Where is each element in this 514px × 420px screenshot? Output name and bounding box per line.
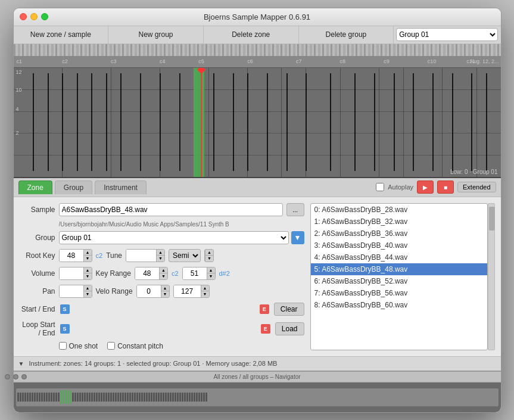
vf-up[interactable]: ▲ xyxy=(161,285,169,292)
minimize-button[interactable] xyxy=(30,13,38,20)
scrollbar-track[interactable] xyxy=(488,203,495,350)
extended-button[interactable]: Extended xyxy=(457,182,496,192)
key-range-from-note: c2 xyxy=(172,270,179,277)
sample-list-item-1[interactable]: 1: A6SawBassDryBB_32.wav xyxy=(311,216,487,228)
nav-bar-56 xyxy=(151,393,152,402)
tune-unit-up[interactable]: ▲ xyxy=(205,250,213,256)
nav-strip xyxy=(16,388,499,406)
sample-list-item-5[interactable]: 5: A6SawBassDryBB_48.wav xyxy=(311,263,487,275)
key-range-from-input[interactable] xyxy=(135,267,159,279)
ruler-end-label: Aug. 12, 2... xyxy=(470,58,499,64)
sample-list-item-2[interactable]: 2: A6SawBassDryBB_36.wav xyxy=(311,228,487,239)
velo-from-input[interactable] xyxy=(137,285,161,297)
sample-input[interactable] xyxy=(59,203,283,216)
kr-to-down[interactable]: ▼ xyxy=(207,273,215,279)
status-toggle[interactable]: ▼ xyxy=(18,360,24,367)
scrollbar-thumb[interactable] xyxy=(489,207,495,231)
velo-range-label: Velo Range xyxy=(96,287,133,295)
browse-button[interactable]: ... xyxy=(286,203,304,216)
piano-roll[interactable]: 12 10 4 2 Lo xyxy=(14,68,501,178)
stop-button[interactable]: ■ xyxy=(437,181,454,194)
root-key-up[interactable]: ▲ xyxy=(83,250,92,256)
group-arrow-button[interactable]: ▼ xyxy=(291,231,304,244)
start-marker[interactable]: S xyxy=(60,304,70,314)
kr-to-btns: ▲ ▼ xyxy=(207,267,215,279)
nav-min[interactable] xyxy=(13,374,18,379)
sample-list[interactable]: 0: A6SawBassDryBB_28.wav1: A6SawBassDryB… xyxy=(310,203,488,350)
nav-bar-6 xyxy=(32,393,33,402)
vf-down[interactable]: ▼ xyxy=(161,291,169,297)
vt-down[interactable]: ▼ xyxy=(201,291,209,297)
tab-instrument[interactable]: Instrument xyxy=(95,181,147,194)
nav-bar-77 xyxy=(201,393,203,402)
group-select[interactable]: Group 01 xyxy=(59,231,289,244)
loop-start-marker[interactable]: S xyxy=(60,324,70,334)
sample-list-item-6[interactable]: 6: A6SawBassDryBB_52.wav xyxy=(311,275,487,287)
grid-line-h xyxy=(14,89,501,90)
tune-input[interactable] xyxy=(126,250,156,262)
tune-unit-select[interactable]: Semi Cent xyxy=(169,249,201,262)
root-key-down[interactable]: ▼ xyxy=(83,256,92,262)
key-range-from-spinner: ▲ ▼ xyxy=(135,267,168,280)
key-range-to-input[interactable] xyxy=(183,267,207,279)
zone-bar xyxy=(120,73,122,172)
volume-input[interactable] xyxy=(60,267,83,279)
pan-input[interactable] xyxy=(60,285,83,297)
tab-bar: Zone Group Instrument Autoplay ▶ ■ Exten… xyxy=(14,178,501,197)
end-marker[interactable]: E xyxy=(260,304,269,314)
vt-up[interactable]: ▲ xyxy=(201,285,209,292)
volume-down[interactable]: ▼ xyxy=(83,273,92,279)
nav-bar-79 xyxy=(205,393,207,402)
root-key-note: c2 xyxy=(96,252,103,259)
constant-pitch-checkbox[interactable] xyxy=(107,342,115,350)
kr-to-up[interactable]: ▲ xyxy=(207,267,215,274)
traffic-lights xyxy=(20,13,48,20)
group-dropdown[interactable]: Group 01 Group 02 xyxy=(396,28,498,41)
tune-unit-down[interactable]: ▼ xyxy=(205,256,213,262)
volume-spinner-btns: ▲ ▼ xyxy=(83,267,92,279)
nav-bar-22 xyxy=(70,390,71,404)
tune-down[interactable]: ▼ xyxy=(156,256,164,262)
nav-bar-36 xyxy=(103,393,105,402)
nav-max[interactable] xyxy=(21,374,27,379)
nav-bar-32 xyxy=(94,393,95,402)
sample-list-item-8[interactable]: 8: A6SawBassDryBB_60.wav xyxy=(311,299,487,311)
clear-button[interactable]: Clear xyxy=(274,303,304,316)
autoplay-checkbox[interactable] xyxy=(376,183,384,191)
volume-up[interactable]: ▲ xyxy=(83,267,92,274)
close-button[interactable] xyxy=(20,13,27,20)
velo-to-input[interactable] xyxy=(174,285,201,297)
grid-line xyxy=(111,68,111,177)
nav-bar-72 xyxy=(189,393,191,402)
kr-from-down[interactable]: ▼ xyxy=(159,273,167,279)
active-zone-bar xyxy=(194,68,204,177)
root-key-input[interactable] xyxy=(60,250,83,262)
play-button[interactable]: ▶ xyxy=(417,181,434,194)
kr-from-up[interactable]: ▲ xyxy=(159,267,167,274)
key-range-to-note: d#2 xyxy=(219,270,230,277)
delete-group-button[interactable]: Delete group xyxy=(299,26,394,43)
sample-list-item-0[interactable]: 0: A6SawBassDryBB_28.wav xyxy=(311,204,487,216)
loop-start-end-label: Loop Start / End xyxy=(20,321,55,337)
nav-bar-43 xyxy=(120,393,122,402)
tune-up[interactable]: ▲ xyxy=(156,250,164,256)
delete-zone-button[interactable]: Delete zone xyxy=(204,26,299,43)
sample-list-item-3[interactable]: 3: A6SawBassDryBB_40.wav xyxy=(311,239,487,251)
new-zone-button[interactable]: New zone / sample xyxy=(14,26,109,43)
tab-zone[interactable]: Zone xyxy=(18,181,52,194)
tab-group[interactable]: Group xyxy=(55,181,92,194)
pan-down[interactable]: ▼ xyxy=(83,291,92,297)
new-group-button[interactable]: New group xyxy=(108,26,204,43)
maximize-button[interactable] xyxy=(41,13,48,20)
one-shot-checkbox[interactable] xyxy=(59,342,67,350)
sample-list-item-7[interactable]: 7: A6SawBassDryBB_56.wav xyxy=(311,287,487,299)
sample-list-item-4[interactable]: 4: A6SawBassDryBB_44.wav xyxy=(311,251,487,263)
ruler-start-label: c1 xyxy=(17,58,23,64)
loop-end-marker[interactable]: E xyxy=(261,324,270,334)
load-button[interactable]: Load xyxy=(275,322,304,335)
status-bar: ▼ Instrument: zones: 14 groups: 1 · sele… xyxy=(14,356,501,371)
checkboxes-row: One shot Constant pitch xyxy=(59,342,304,350)
one-shot-label[interactable]: One shot xyxy=(59,342,98,350)
constant-pitch-label[interactable]: Constant pitch xyxy=(107,342,163,350)
pan-up[interactable]: ▲ xyxy=(83,285,92,292)
